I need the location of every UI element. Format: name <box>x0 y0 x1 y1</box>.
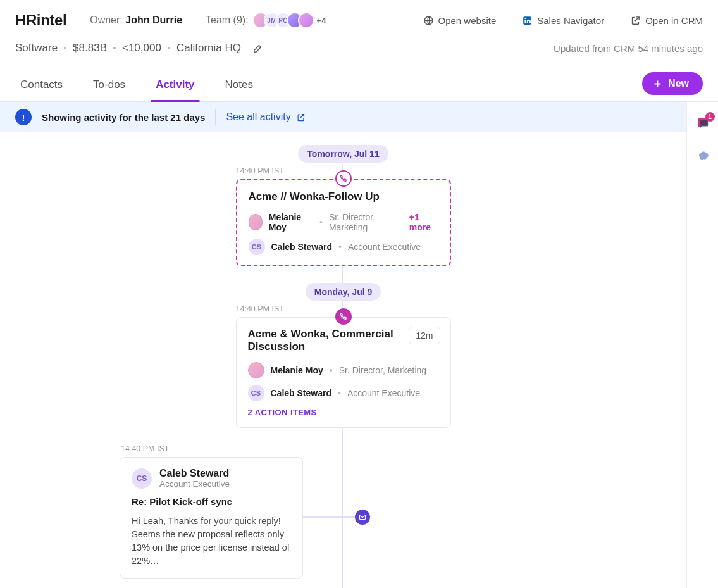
avatar <box>249 214 263 230</box>
salesforce-icon[interactable] <box>695 149 710 166</box>
meta-hq: California HQ <box>176 42 241 54</box>
divider <box>215 109 216 125</box>
email-card[interactable]: CS Caleb Steward Account Executive Re: P… <box>120 457 303 579</box>
action-items-link[interactable]: 2 ACTION ITEMS <box>248 408 439 417</box>
participant-role: Sr. Director, Marketing <box>339 365 427 375</box>
owner-block: Owner: John Durrie <box>90 15 182 26</box>
open-crm-label: Open in CRM <box>645 15 703 26</box>
dot-icon: • <box>319 217 323 227</box>
avatar: CS <box>248 385 264 401</box>
participant-row[interactable]: CS Caleb Steward • Account Executive <box>249 239 438 255</box>
sales-navigator-link[interactable]: Sales Navigator <box>522 15 604 26</box>
email-icon <box>355 510 370 525</box>
tab-activity[interactable]: Activity <box>151 70 199 101</box>
team-label: Team (9): <box>206 15 249 26</box>
tab-notes[interactable]: Notes <box>220 70 258 101</box>
timeline-connector <box>303 516 357 518</box>
dot-icon <box>113 47 116 49</box>
dot-icon: • <box>338 388 341 398</box>
dot-icon: • <box>338 242 342 252</box>
dot-icon: • <box>330 365 333 375</box>
meta-industry: Software <box>15 42 58 54</box>
notification-badge: 1 <box>705 112 715 122</box>
see-all-activity-link[interactable]: See all activity <box>226 111 305 123</box>
participant-role: Account Executive <box>348 242 421 252</box>
participant-name: Melanie Moy <box>269 212 313 232</box>
date-chip: Monday, Jul 9 <box>306 283 381 301</box>
participant-role: Sr. Director, Marketing <box>329 212 403 232</box>
call-duration: 12m <box>409 327 440 344</box>
divider <box>617 13 617 27</box>
open-website-label: Open website <box>438 15 497 26</box>
linkedin-icon <box>522 15 533 26</box>
participant-row[interactable]: Melanie Moy • Sr. Director, Marketing <box>248 362 439 378</box>
dot-icon <box>64 47 66 49</box>
email-subject: Re: Pilot Kick-off sync <box>132 496 291 507</box>
see-all-activity-label: See all activity <box>226 111 290 123</box>
activity-timeline: Tomorrow, Jul 11 14:40 PM IST Acme // Wo… <box>0 132 686 588</box>
new-button[interactable]: New <box>642 72 703 95</box>
sales-navigator-label: Sales Navigator <box>537 15 604 26</box>
call-card[interactable]: 12m Acme & Wonka, Commercial Discussion … <box>236 317 451 428</box>
more-participants[interactable]: +1 more <box>409 212 438 232</box>
email-block: 14:40 PM IST CS Caleb Steward Account Ex… <box>120 444 423 588</box>
activity-banner: ! Showing activity for the last 21 days … <box>0 102 686 132</box>
external-link-icon <box>630 15 641 26</box>
account-header: HRintel Owner: John Durrie Team (9): JM … <box>0 0 718 54</box>
svg-rect-2 <box>525 20 526 23</box>
avatar-more[interactable]: +4 <box>317 16 326 25</box>
participant-row[interactable]: Melanie Moy • Sr. Director, Marketing +1… <box>249 212 438 232</box>
banner-text: Showing activity for the last 21 days <box>42 112 205 123</box>
divider <box>509 13 509 27</box>
owner-name[interactable]: John Durrie <box>125 15 182 25</box>
participant-row[interactable]: CS Caleb Steward • Account Executive <box>248 385 439 401</box>
new-button-label: New <box>668 78 689 89</box>
email-sender-role: Account Executive <box>159 479 230 489</box>
dot-icon <box>168 47 170 49</box>
avatar <box>248 362 264 378</box>
call-icon <box>335 170 352 187</box>
globe-icon <box>423 15 434 26</box>
info-icon: ! <box>15 109 32 125</box>
date-chip: Tomorrow, Jul 11 <box>298 145 388 163</box>
team-avatars[interactable]: JM PC +4 <box>257 12 326 28</box>
card-title: Acme // Wonka-Follow Up <box>249 191 438 203</box>
open-crm-link[interactable]: Open in CRM <box>630 15 703 26</box>
external-link-icon <box>296 113 306 122</box>
svg-point-3 <box>524 17 526 18</box>
right-rail: 1 <box>687 102 718 588</box>
timestamp: 14:40 PM IST <box>236 304 284 313</box>
open-website-link[interactable]: Open website <box>423 15 497 26</box>
updated-label: Updated from CRM 54 minutes ago <box>554 43 703 54</box>
plus-icon <box>652 78 663 89</box>
meta-revenue: $8.83B <box>73 42 107 54</box>
call-icon <box>335 308 352 325</box>
avatar: CS <box>249 239 265 255</box>
divider <box>78 13 78 27</box>
timestamp: 14:40 PM IST <box>236 166 284 175</box>
tab-contacts[interactable]: Contacts <box>15 70 68 101</box>
edit-icon[interactable] <box>252 43 263 54</box>
meta-headcount: <10,000 <box>122 42 161 54</box>
tabs: Contacts To-dos Activity Notes New <box>0 70 718 102</box>
participant-name: Caleb Steward <box>271 388 331 398</box>
email-sender: Caleb Steward <box>159 468 230 479</box>
account-meta: Software $8.83B <10,000 California HQ Up… <box>15 42 703 54</box>
company-name: HRintel <box>15 11 66 29</box>
tab-todos[interactable]: To-dos <box>88 70 130 101</box>
divider <box>194 13 194 27</box>
upcoming-call-card[interactable]: Acme // Wonka-Follow Up Melanie Moy • Sr… <box>236 179 451 266</box>
chat-icon[interactable]: 1 <box>696 116 710 132</box>
owner-label: Owner: <box>90 15 123 25</box>
avatar[interactable] <box>298 12 314 28</box>
email-preview: Hi Leah, Thanks for your quick reply! Se… <box>132 515 291 568</box>
activity-panel: ! Showing activity for the last 21 days … <box>0 102 687 588</box>
participant-name: Caleb Steward <box>271 242 332 252</box>
avatar: CS <box>132 468 152 489</box>
participant-name: Melanie Moy <box>271 365 323 375</box>
participant-role: Account Executive <box>347 388 420 398</box>
timestamp: 14:40 PM IST <box>121 444 423 453</box>
